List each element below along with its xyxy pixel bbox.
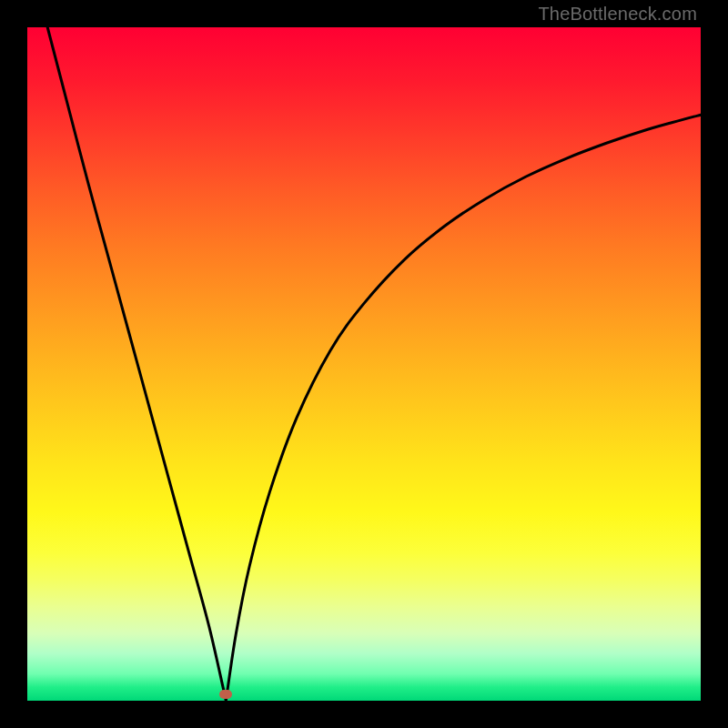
chart-frame: TheBottleneck.com xyxy=(0,0,728,728)
bottleneck-curve xyxy=(27,27,701,701)
watermark-text: TheBottleneck.com xyxy=(538,4,697,25)
minimum-marker xyxy=(219,690,232,699)
plot-area xyxy=(27,27,701,701)
